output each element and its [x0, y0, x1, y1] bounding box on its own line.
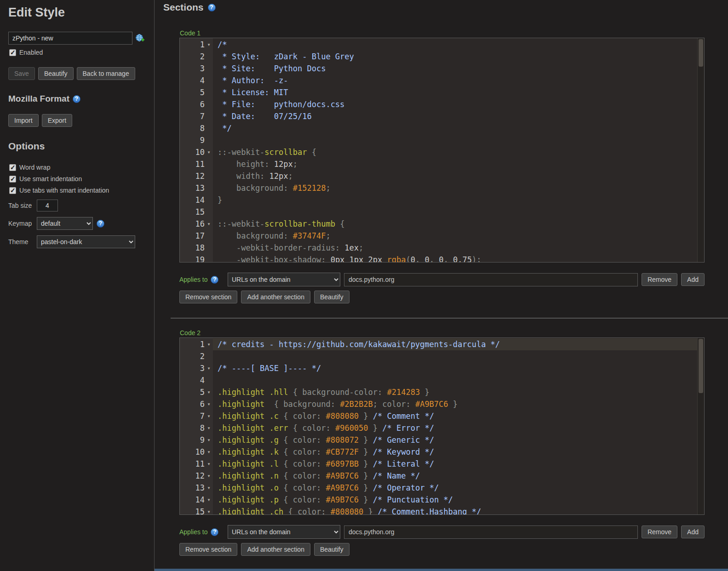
- line-number[interactable]: 11: [180, 158, 205, 170]
- line-number[interactable]: 13: [180, 482, 205, 494]
- code-line[interactable]: 12▾.highlight .n { color: #A9B7C6 } /* N…: [180, 470, 697, 482]
- code-line[interactable]: 16▾::-webkit-scrollbar-thumb {: [180, 218, 697, 230]
- help-icon[interactable]: ?: [208, 4, 216, 11]
- fold-arrow-icon[interactable]: ▾: [205, 458, 213, 470]
- code-line[interactable]: 7▾.highlight .c { color: #808080 } /* Co…: [180, 410, 697, 422]
- line-number[interactable]: 5: [180, 386, 205, 398]
- line-number[interactable]: 9: [180, 134, 205, 146]
- line-gutter[interactable]: 3: [180, 63, 213, 74]
- line-number[interactable]: 10: [180, 446, 205, 458]
- fold-arrow-icon[interactable]: ▾: [205, 494, 213, 506]
- line-number[interactable]: 5: [180, 86, 205, 98]
- line-gutter[interactable]: 4: [180, 74, 213, 86]
- remove-section-button[interactable]: Remove section: [179, 291, 237, 303]
- tabs-smart-indentation-checkbox[interactable]: [9, 187, 16, 194]
- line-number[interactable]: 13: [180, 182, 205, 194]
- line-number[interactable]: 6: [180, 98, 205, 110]
- code-line[interactable]: 14▾.highlight .p { color: #A9B7C6 } /* P…: [180, 494, 697, 506]
- line-number[interactable]: 7: [180, 110, 205, 122]
- theme-select[interactable]: pastel-on-dark: [37, 235, 135, 248]
- line-number[interactable]: 4: [180, 374, 205, 386]
- line-gutter[interactable]: 9: [180, 134, 213, 146]
- code-line[interactable]: 6▾.highlight { background: #2B2B2B; colo…: [180, 398, 697, 410]
- line-gutter[interactable]: 14▾: [180, 494, 213, 506]
- smart-indentation-checkbox[interactable]: [9, 176, 16, 183]
- code-line[interactable]: 9▾.highlight .g { color: #808072 } /* Ge…: [180, 434, 697, 446]
- scrollbar-thumb[interactable]: [699, 39, 703, 67]
- line-number[interactable]: 3: [180, 362, 205, 374]
- line-gutter[interactable]: 18: [180, 242, 213, 254]
- help-icon[interactable]: ?: [211, 276, 218, 284]
- line-number[interactable]: 4: [180, 74, 205, 86]
- line-gutter[interactable]: 3▾: [180, 362, 213, 374]
- add-another-section-button[interactable]: Add another section: [241, 291, 310, 303]
- export-button[interactable]: Export: [42, 114, 72, 127]
- line-gutter[interactable]: 17: [180, 230, 213, 242]
- line-number[interactable]: 18: [180, 242, 205, 254]
- line-number[interactable]: 2: [180, 51, 205, 63]
- line-gutter[interactable]: 1▾: [180, 39, 213, 51]
- line-number[interactable]: 19: [180, 254, 205, 262]
- line-gutter[interactable]: 6▾: [180, 398, 213, 410]
- line-gutter[interactable]: 10▾: [180, 146, 213, 158]
- line-gutter[interactable]: 15: [180, 206, 213, 218]
- line-gutter[interactable]: 14: [180, 194, 213, 206]
- save-button[interactable]: Save: [8, 67, 35, 80]
- editor-scrollbar[interactable]: [697, 38, 704, 262]
- code-line[interactable]: 12 width: 12px;: [180, 170, 697, 182]
- line-gutter[interactable]: 8▾: [180, 422, 213, 434]
- code-line[interactable]: 8▾.highlight .err { color: #960050 } /* …: [180, 422, 697, 434]
- style-name-input[interactable]: [8, 32, 132, 45]
- line-gutter[interactable]: 2: [180, 51, 213, 63]
- fold-arrow-icon[interactable]: ▾: [205, 434, 213, 446]
- word-wrap-checkbox[interactable]: [9, 164, 16, 171]
- code-line[interactable]: 4: [180, 374, 697, 386]
- line-number[interactable]: 12: [180, 170, 205, 182]
- applies-remove-button[interactable]: Remove: [642, 273, 677, 286]
- fold-arrow-icon[interactable]: ▾: [205, 482, 213, 494]
- fold-arrow-icon[interactable]: ▾: [205, 386, 213, 398]
- code-line[interactable]: 9: [180, 134, 697, 146]
- line-number[interactable]: 15: [180, 206, 205, 218]
- fold-arrow-icon[interactable]: ▾: [205, 218, 213, 230]
- code-line[interactable]: 18 -webkit-border-radius: 1ex;: [180, 242, 697, 254]
- line-number[interactable]: 15: [180, 506, 205, 514]
- section-beautify-button[interactable]: Beautify: [314, 291, 350, 303]
- code-line[interactable]: 5▾.highlight .hll { background-color: #2…: [180, 386, 697, 398]
- applies-to-type-select[interactable]: URLs on the domain: [228, 525, 340, 539]
- code-line[interactable]: 3▾/* ----[ BASE ]---- */: [180, 362, 697, 374]
- fold-arrow-icon[interactable]: ▾: [205, 506, 213, 514]
- line-gutter[interactable]: 16▾: [180, 218, 213, 230]
- import-button[interactable]: Import: [8, 114, 39, 127]
- line-gutter[interactable]: 11▾: [180, 458, 213, 470]
- back-to-manage-button[interactable]: Back to manage: [77, 67, 135, 80]
- applies-to-type-select[interactable]: URLs on the domain: [228, 273, 340, 286]
- line-number[interactable]: 8: [180, 122, 205, 134]
- fold-arrow-icon[interactable]: ▾: [205, 39, 213, 51]
- line-gutter[interactable]: 12▾: [180, 470, 213, 482]
- line-gutter[interactable]: 10▾: [180, 446, 213, 458]
- word-wrap-row[interactable]: Word wrap: [9, 164, 146, 171]
- add-another-section-button[interactable]: Add another section: [241, 543, 310, 556]
- fold-arrow-icon[interactable]: ▾: [205, 398, 213, 410]
- line-number[interactable]: 8: [180, 422, 205, 434]
- code-line[interactable]: 15: [180, 206, 697, 218]
- line-number[interactable]: 16: [180, 218, 205, 230]
- code-line[interactable]: 6 * File: python/docs.css: [180, 98, 697, 110]
- fold-arrow-icon[interactable]: ▾: [205, 338, 213, 350]
- remove-section-button[interactable]: Remove section: [179, 543, 237, 556]
- smart-indentation-row[interactable]: Use smart indentation: [9, 175, 146, 183]
- line-gutter[interactable]: 15▾: [180, 506, 213, 514]
- code-line[interactable]: 8 */: [180, 122, 697, 134]
- line-number[interactable]: 7: [180, 410, 205, 422]
- line-gutter[interactable]: 4: [180, 374, 213, 386]
- line-number[interactable]: 2: [180, 350, 205, 362]
- line-gutter[interactable]: 1▾: [180, 338, 213, 350]
- help-icon[interactable]: ?: [73, 95, 80, 103]
- code-line[interactable]: 4 * Author: -z-: [180, 74, 697, 86]
- applies-to-value-input[interactable]: [344, 525, 638, 539]
- code-line[interactable]: 7 * Date: 07/25/16: [180, 110, 697, 122]
- fold-arrow-icon[interactable]: ▾: [205, 422, 213, 434]
- tab-size-input[interactable]: [37, 200, 58, 211]
- fold-arrow-icon[interactable]: ▾: [205, 362, 213, 374]
